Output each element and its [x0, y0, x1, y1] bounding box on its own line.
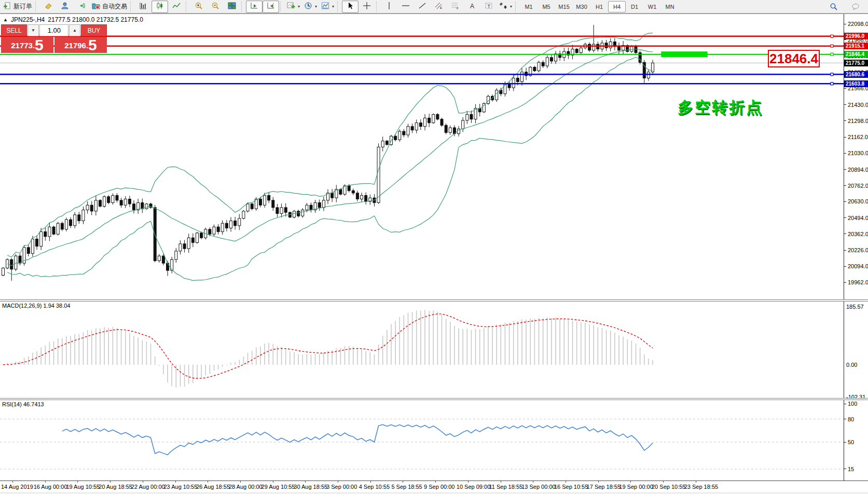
volume-decrease-button[interactable]: ▼	[27, 24, 39, 36]
volume-input[interactable]: 1.00	[39, 24, 68, 36]
time-axis-label: 26 Aug 18:55	[196, 484, 230, 490]
timeframe-h4-button[interactable]: H4	[608, 1, 626, 12]
toolbar-separator	[376, 2, 379, 12]
shift-icon	[267, 2, 275, 11]
text-label-button[interactable]: T	[480, 1, 497, 13]
rsi-panel-divider[interactable]	[0, 398, 868, 400]
chart-canvas[interactable]	[0, 14, 844, 481]
zoom-out-button[interactable]	[207, 1, 224, 13]
time-axis-label: 23 Sep 18:55	[684, 484, 718, 490]
timeframe-m15-button[interactable]: M15	[555, 1, 573, 12]
price-axis[interactable]: 22098.021966.021830.021698.021566.021430…	[844, 14, 868, 481]
candles-icon	[156, 2, 164, 11]
new-order-button[interactable]: 新订单	[1, 1, 34, 13]
candle-chart-button[interactable]	[151, 1, 168, 13]
svg-text:F: F	[457, 7, 459, 10]
rsi-tick-mark	[844, 419, 846, 419]
vertical-line-button[interactable]	[381, 1, 397, 13]
sell-price-pip: 5	[35, 38, 44, 52]
price-annotation-box[interactable]: 21846.4	[768, 50, 820, 67]
zoom-out-icon	[211, 2, 219, 11]
chart-window[interactable]: 22098.021966.021830.021698.021566.021430…	[0, 13, 868, 491]
dropdown-caret-icon[interactable]: ▾	[332, 4, 334, 9]
periods-button[interactable]: ▾	[302, 1, 319, 13]
dropdown-caret-icon[interactable]: ▾	[298, 4, 300, 9]
dropdown-caret-icon[interactable]: ▾	[315, 4, 317, 9]
timeframe-m1-button[interactable]: M1	[520, 1, 538, 12]
zoom-in-button[interactable]	[190, 1, 207, 13]
person-icon	[61, 2, 69, 11]
templates-button[interactable]: ▾	[319, 1, 336, 13]
sell-price-display[interactable]: 21773.5	[1, 37, 53, 53]
time-axis-label: 3 Sep 00:00	[326, 484, 357, 490]
price-tick-mark	[844, 282, 846, 283]
bar-chart-button[interactable]	[135, 1, 151, 13]
time-tick-mark	[501, 481, 501, 483]
timeframe-d1-button[interactable]: D1	[626, 1, 643, 12]
highlight-zone-rect[interactable]	[661, 51, 707, 57]
collapse-panel-icon[interactable]: ▲	[3, 17, 8, 22]
eraser-button[interactable]	[40, 1, 57, 13]
time-axis-label: 30 Aug 18:55	[294, 484, 327, 490]
arrows-button[interactable]: ▾	[497, 1, 514, 13]
shapes-icon	[499, 2, 507, 11]
time-axis-label: 29 Aug 10:55	[261, 484, 295, 490]
buy-button[interactable]: BUY	[81, 24, 107, 36]
rsi-line	[62, 424, 653, 455]
doc-plus-icon	[3, 2, 11, 11]
terminal-window: 新订单自动交易▾▾▾EFAT▾M1M5M15M30H1H4D1W1MN 2209…	[0, 0, 868, 494]
auto-scroll-button[interactable]	[246, 1, 263, 13]
toolbar-separator	[186, 2, 189, 12]
profile-button[interactable]	[57, 1, 73, 13]
macd-panel[interactable]	[3, 310, 653, 387]
chart-shift-button[interactable]	[263, 1, 279, 13]
price-tag: 21680.6	[844, 71, 868, 78]
macd-panel-divider[interactable]	[0, 299, 868, 301]
svg-text:T: T	[488, 4, 491, 9]
timeframe-w1-button[interactable]: W1	[643, 1, 661, 12]
cursor-button[interactable]	[342, 1, 359, 13]
horizontal-line-button[interactable]	[397, 1, 414, 13]
crosshair-button[interactable]	[359, 1, 375, 13]
line-chart-button[interactable]	[168, 1, 185, 13]
chat-button[interactable]	[847, 1, 864, 13]
trendline-icon	[418, 2, 426, 11]
svg-text:E: E	[440, 6, 442, 9]
turning-point-annotation[interactable]: 多空转折点	[678, 97, 763, 118]
trendline-button[interactable]	[414, 1, 431, 13]
price-tick-mark	[844, 88, 846, 89]
timeframe-m30-button[interactable]: M30	[573, 1, 590, 12]
time-axis-label: 22 Aug 00:00	[131, 484, 165, 490]
price-tick-mark	[844, 24, 846, 24]
macd-signal-line	[3, 314, 653, 378]
buy-price-display[interactable]: 21796.5	[54, 37, 107, 53]
macd-indicator-label: MACD(12,26,9) 1.94 38.04	[2, 303, 70, 309]
timeframe-mn-button[interactable]: MN	[661, 1, 679, 12]
search-button[interactable]	[825, 1, 842, 13]
price-panel[interactable]	[0, 25, 844, 281]
time-tick-mark	[175, 481, 176, 483]
cursor-icon	[346, 2, 354, 11]
signal-button[interactable]	[73, 1, 90, 13]
price-tag: 21996.0	[844, 33, 868, 39]
macd-values: 1.94 38.04	[43, 303, 70, 309]
time-tick-mark	[468, 481, 469, 483]
new-chart-button[interactable]: ▾	[285, 1, 302, 13]
chart-plus-icon	[287, 2, 295, 11]
volume-increase-button[interactable]: ▲	[69, 24, 80, 36]
price-axis-tick: 20094.0	[848, 263, 868, 269]
timeframe-h1-button[interactable]: H1	[590, 1, 608, 12]
auto-trading-button[interactable]: 自动交易	[90, 1, 129, 13]
sell-button[interactable]: SELL	[1, 24, 27, 36]
equidistant-channel-button[interactable]: E	[431, 1, 447, 13]
dropdown-caret-icon[interactable]: ▾	[510, 4, 512, 9]
fibonacci-button[interactable]: F	[447, 1, 464, 13]
time-axis-label: 19 Sep 00:00	[619, 484, 653, 490]
horizontal-line-objects[interactable]	[0, 35, 844, 85]
time-axis[interactable]: 14 Aug 201916 Aug 00:0019 Aug 10:5520 Au…	[0, 481, 868, 492]
text-button[interactable]: A	[464, 1, 480, 13]
timeframe-m5-button[interactable]: M5	[538, 1, 555, 12]
rsi-panel[interactable]	[0, 419, 844, 469]
svg-text:A: A	[470, 3, 474, 10]
tile-windows-button[interactable]	[224, 1, 240, 13]
